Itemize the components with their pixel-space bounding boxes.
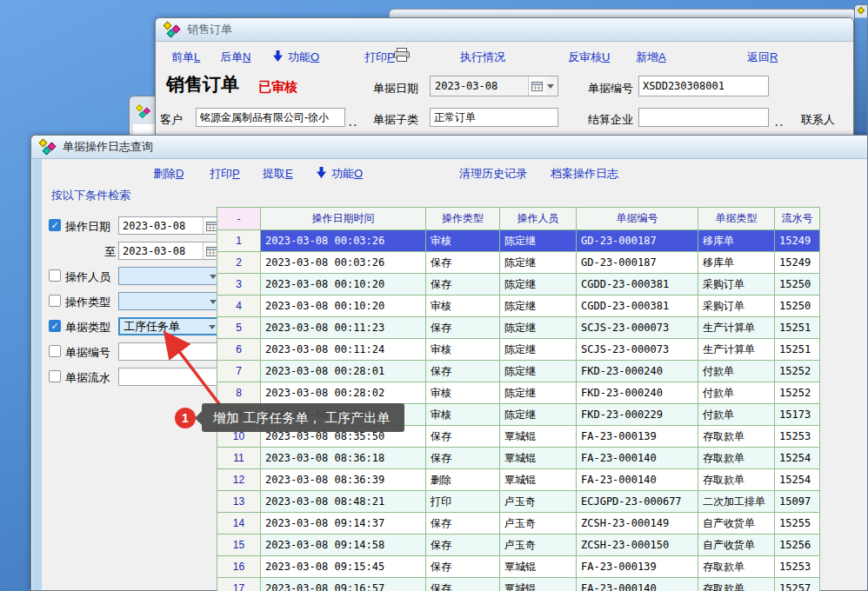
table-cell[interactable]: 2023-03-08 09:15:45 xyxy=(261,556,426,578)
archive-log-button[interactable]: 档案操作日志 xyxy=(551,166,618,182)
table-cell[interactable]: 移库单 xyxy=(698,230,775,252)
table-cell[interactable]: 2023-03-08 00:28:02 xyxy=(261,382,426,404)
table-cell[interactable]: 保存 xyxy=(426,317,500,339)
table-cell[interactable]: 审核 xyxy=(426,382,500,404)
table-cell[interactable]: 15250 xyxy=(775,274,820,296)
table-row[interactable]: 72023-03-08 00:28:01保存陈定继FKD-23-000240付款… xyxy=(217,361,820,382)
operator-combo[interactable] xyxy=(118,267,221,285)
calendar-icon[interactable] xyxy=(528,76,545,96)
row-number-cell[interactable]: 17 xyxy=(217,578,261,591)
row-number-cell[interactable]: 16 xyxy=(217,556,261,578)
table-row[interactable]: 142023-03-08 09:14:37保存卢玉奇ZCSH-23-000149… xyxy=(217,513,820,535)
table-cell[interactable]: 采购订单 xyxy=(698,274,775,296)
table-row[interactable]: 152023-03-08 09:14:58保存卢玉奇ZCSH-23-000150… xyxy=(217,535,820,556)
table-cell[interactable]: 存取款单 xyxy=(698,578,775,591)
delete-button[interactable]: 删除D xyxy=(153,166,184,182)
table-row[interactable]: 162023-03-08 09:15:45保存覃城锟FA-23-000139存取… xyxy=(217,556,820,578)
table-cell[interactable]: 陈定继 xyxy=(500,382,577,404)
table-cell[interactable]: FA-23-000140 xyxy=(577,469,698,491)
table-row[interactable]: 62023-03-08 00:11:24审核陈定继SCJS-23-000073生… xyxy=(217,339,820,361)
table-cell[interactable]: 付款单 xyxy=(698,382,775,404)
table-cell[interactable]: ZCSH-23-000149 xyxy=(577,513,698,535)
table-cell[interactable]: 卢玉奇 xyxy=(500,491,577,513)
table-cell[interactable]: 覃城锟 xyxy=(500,556,577,578)
table-cell[interactable]: 保存 xyxy=(426,535,500,556)
table-cell[interactable]: 15256 xyxy=(775,535,820,556)
table-cell[interactable]: 2023-03-08 08:48:21 xyxy=(261,491,426,513)
doc-date-input[interactable]: 2023-03-08 xyxy=(430,76,558,96)
table-row[interactable]: 12023-03-08 00:03:26审核陈定继GD-23-000187移库单… xyxy=(217,230,820,252)
table-cell[interactable]: 自产收货单 xyxy=(698,513,775,535)
doc-serial-checkbox[interactable]: ✓ xyxy=(49,370,61,382)
table-cell[interactable]: FKD-23-000240 xyxy=(577,361,698,382)
next-doc-button[interactable]: 后单N xyxy=(220,50,250,65)
table-cell[interactable]: FA-23-000140 xyxy=(577,448,698,469)
execution-status-button[interactable]: 执行情况 xyxy=(460,50,505,65)
table-row[interactable]: 122023-03-08 08:36:39删除覃城锟FA-23-000140存取… xyxy=(217,469,820,491)
chevron-down-icon[interactable] xyxy=(547,84,554,92)
table-cell[interactable]: 陈定继 xyxy=(500,404,577,426)
table-cell[interactable]: FKD-23-000229 xyxy=(577,404,698,426)
table-cell[interactable]: 删除 xyxy=(426,469,500,491)
table-cell[interactable]: 二次加工排单 xyxy=(698,491,775,513)
row-number-cell[interactable]: 3 xyxy=(217,274,261,296)
table-cell[interactable]: 覃城锟 xyxy=(500,448,577,469)
table-cell[interactable]: 15173 xyxy=(775,404,820,426)
table-cell[interactable]: 保存 xyxy=(426,578,500,591)
table-cell[interactable]: 审核 xyxy=(426,404,500,426)
row-number-cell[interactable]: 8 xyxy=(217,382,261,404)
doc-type-checkbox[interactable]: ✓ xyxy=(49,320,61,332)
table-cell[interactable]: 存取款单 xyxy=(698,448,775,469)
row-number-cell[interactable]: 5 xyxy=(217,317,261,339)
operation-date-to-input[interactable]: 2023-03-08 xyxy=(118,242,221,260)
doc-no-input[interactable]: XSDD230308001 xyxy=(638,76,769,96)
doc-serial-filter-input[interactable] xyxy=(118,368,221,386)
operation-type-checkbox[interactable]: ✓ xyxy=(49,295,61,307)
printer-icon[interactable] xyxy=(393,48,411,64)
return-button[interactable]: 返回R xyxy=(747,50,778,65)
table-cell[interactable]: 审核 xyxy=(426,339,500,361)
row-number-cell[interactable]: 1 xyxy=(217,230,261,252)
prev-doc-button[interactable]: 前单L xyxy=(171,50,200,65)
table-cell[interactable]: CGDD-23-000381 xyxy=(577,274,698,296)
table-cell[interactable]: 2023-03-08 09:14:58 xyxy=(261,535,426,556)
table-cell[interactable]: 2023-03-08 08:36:18 xyxy=(261,448,426,469)
unapprove-button[interactable]: 反审核U xyxy=(568,50,610,65)
table-row[interactable]: 172023-03-08 09:16:57保存覃城锟FA-23-000140存取… xyxy=(217,578,820,591)
table-cell[interactable]: 采购订单 xyxy=(698,296,775,317)
table-cell[interactable]: 移库单 xyxy=(698,252,775,274)
table-cell[interactable]: 15251 xyxy=(775,317,820,339)
settle-company-input[interactable] xyxy=(638,108,769,127)
table-cell[interactable]: FA-23-000139 xyxy=(577,426,698,448)
sales-window-titlebar[interactable]: 销售订单 xyxy=(156,18,853,42)
table-row[interactable]: 132023-03-08 08:48:21打印卢玉奇ECJGPD-23-0006… xyxy=(217,491,820,513)
table-cell[interactable]: 保存 xyxy=(426,556,500,578)
table-cell[interactable]: 打印 xyxy=(426,491,500,513)
doc-type-combo[interactable]: 工序任务单 xyxy=(118,317,221,335)
functions-button[interactable]: 功能O xyxy=(331,166,363,182)
table-cell[interactable]: 陈定继 xyxy=(500,252,577,274)
table-cell[interactable]: 陈定继 xyxy=(500,230,577,252)
table-cell[interactable]: 陈定继 xyxy=(500,339,577,361)
table-cell[interactable]: 存取款单 xyxy=(698,556,775,578)
table-cell[interactable]: ZCSH-23-000150 xyxy=(577,535,698,556)
table-cell[interactable]: 陈定继 xyxy=(500,296,577,317)
row-number-cell[interactable]: 14 xyxy=(217,513,261,535)
table-cell[interactable]: FA-23-000139 xyxy=(577,556,698,578)
table-cell[interactable]: 15257 xyxy=(775,578,820,591)
table-row[interactable]: 112023-03-08 08:36:18保存覃城锟FA-23-000140存取… xyxy=(217,448,820,469)
table-row[interactable]: 82023-03-08 00:28:02审核陈定继FKD-23-000240付款… xyxy=(217,382,820,404)
print-button[interactable]: 打印P xyxy=(364,50,395,65)
table-cell[interactable]: SCJS-23-000073 xyxy=(577,317,698,339)
table-cell[interactable]: 2023-03-08 09:16:57 xyxy=(261,578,426,591)
table-cell[interactable]: 15255 xyxy=(775,513,820,535)
column-header[interactable]: 单据类型 xyxy=(698,208,775,230)
clear-history-button[interactable]: 清理历史记录 xyxy=(459,166,527,182)
doc-no-checkbox[interactable]: ✓ xyxy=(49,345,61,357)
row-number-cell[interactable]: 13 xyxy=(217,491,261,513)
table-cell[interactable]: 15249 xyxy=(775,230,820,252)
table-cell[interactable]: 陈定继 xyxy=(500,361,577,382)
column-header[interactable]: 流水号 xyxy=(775,208,820,230)
table-row[interactable]: 22023-03-08 00:03:26保存陈定继GD-23-000187移库单… xyxy=(217,252,820,274)
table-cell[interactable]: SCJS-23-000073 xyxy=(577,339,698,361)
